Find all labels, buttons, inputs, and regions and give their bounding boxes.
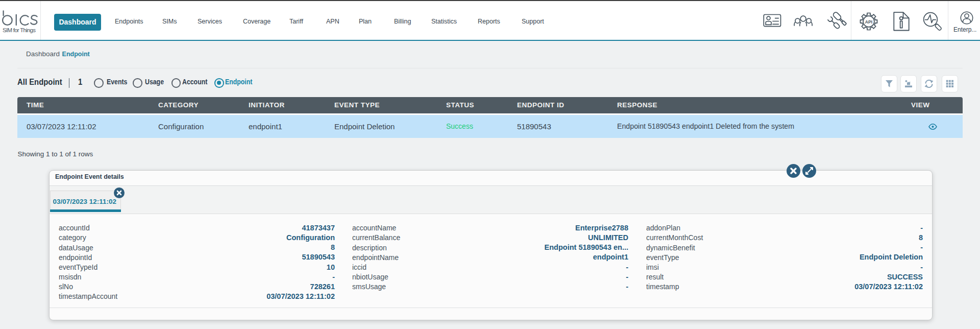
svg-text:SIM for Things: SIM for Things	[3, 27, 36, 33]
svg-text:API: API	[865, 19, 872, 25]
